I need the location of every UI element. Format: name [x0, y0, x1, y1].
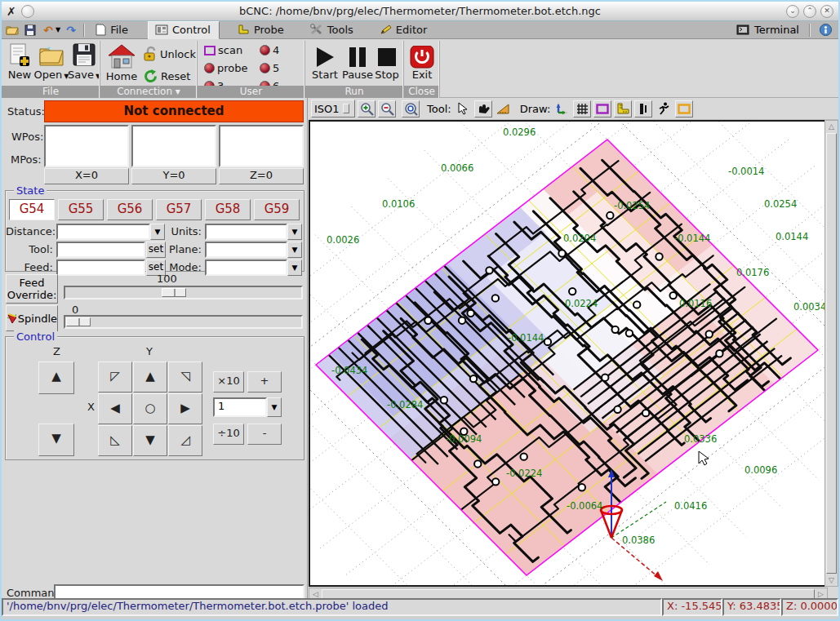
menubar-separator2 [809, 24, 810, 37]
jog-xy-downleft-button[interactable]: ◺ [98, 425, 132, 456]
wpos-z-display[interactable] [219, 125, 304, 167]
user-4-button[interactable]: 4 [260, 44, 279, 56]
pcb-isometric-drawing[interactable]: 0.02960.00660.01060.0026-0.00140.0254-0.… [310, 122, 826, 585]
control-panel-icon [155, 24, 168, 35]
feed-override-button[interactable]: Feed Override: [6, 274, 58, 304]
svg-text:0.0096: 0.0096 [744, 464, 777, 476]
moves-toggle-icon[interactable] [655, 100, 673, 118]
tab-editor[interactable]: Editor [373, 21, 435, 39]
spindle-slider[interactable] [64, 315, 303, 329]
ruler-toggle-icon[interactable] [614, 100, 632, 118]
step-combobox[interactable]: 1 ▼ [213, 397, 282, 417]
tab-probe[interactable]: Probe [231, 21, 292, 39]
wpos-x-display[interactable] [44, 125, 129, 167]
close-button[interactable]: ✕ [820, 5, 833, 18]
zero-x-button[interactable]: X=0 [44, 168, 129, 184]
jog-xy-upleft-button[interactable]: ◸ [98, 362, 132, 393]
status-bar: '/home/bnv/prg/elec/Thermometer/Thermome… [2, 598, 838, 616]
wcs-g57-button[interactable]: G57 [156, 199, 202, 220]
zero-y-button[interactable]: Y=0 [131, 168, 216, 184]
user-5-button[interactable]: 5 [260, 62, 279, 74]
tool-set-button[interactable]: set [146, 242, 166, 258]
redo-icon[interactable]: ↷ [64, 23, 78, 38]
new-button[interactable]: New [7, 42, 33, 81]
step-mul10-button[interactable]: ×10 [213, 371, 244, 393]
save-button[interactable]: Save▼ [70, 42, 98, 81]
user-probe-button[interactable]: probe [204, 62, 248, 74]
grid-toggle-icon[interactable] [573, 100, 591, 118]
tab-terminal[interactable]: Terminal [754, 24, 799, 36]
jog-x-plus-button[interactable]: ▶ [168, 393, 202, 424]
distance-combobox[interactable]: ▼ [56, 224, 165, 240]
step-div10-button[interactable]: ÷10 [213, 424, 244, 445]
svg-text:0.0386: 0.0386 [622, 535, 655, 546]
zoom-fit-icon[interactable] [402, 100, 420, 118]
maximize-button[interactable]: ⌃ [803, 5, 816, 18]
reset-button[interactable]: Reset [143, 69, 190, 84]
open-button[interactable]: Open▼ [36, 42, 67, 81]
wpos-y-display[interactable] [131, 125, 216, 167]
undo-dropdown-icon[interactable]: ▼ [56, 27, 60, 33]
plane-combobox[interactable]: ▼ [205, 242, 302, 258]
window-menu-button[interactable] [21, 5, 34, 18]
probe-toggle-icon[interactable] [634, 100, 652, 118]
undo-icon[interactable]: ↶ [41, 23, 56, 38]
svg-text:-0.0064: -0.0064 [567, 500, 602, 512]
wcs-g54-button[interactable]: G54 [9, 199, 55, 220]
wcs-g58-button[interactable]: G58 [205, 199, 251, 220]
view-combobox[interactable]: ISO1 [311, 100, 355, 118]
tool-entry[interactable] [56, 242, 145, 258]
step-plus-button[interactable]: + [247, 371, 282, 393]
tab-control[interactable]: Control [148, 21, 220, 39]
open-file-icon[interactable] [5, 23, 20, 38]
zero-z-button[interactable]: Z=0 [219, 168, 304, 184]
unlock-button[interactable]: Unlock [143, 46, 196, 62]
units-combobox[interactable]: ▼ [205, 224, 302, 240]
exit-button[interactable]: Exit [407, 46, 437, 81]
zoom-out-icon[interactable] [378, 100, 396, 118]
wcs-g56-button[interactable]: G56 [107, 199, 153, 220]
user-scan-button[interactable]: scan [204, 44, 242, 56]
jog-y-plus-button[interactable]: ▲ [133, 362, 167, 393]
canvas-vertical-scrollbar[interactable]: △ ▽ [824, 120, 838, 587]
svg-text:0.0254: 0.0254 [764, 198, 797, 210]
info-icon[interactable] [820, 24, 832, 36]
feed-override-slider[interactable] [64, 286, 303, 299]
vertical-scroll-thumb[interactable] [826, 133, 837, 574]
spindle-slider-handle[interactable] [66, 317, 91, 326]
jog-origin-button[interactable]: ○ [133, 393, 167, 424]
feed-label: Feed: [6, 261, 53, 273]
jog-z-up-button[interactable]: ▲ [38, 362, 74, 394]
svg-text:-0.0284: -0.0284 [387, 399, 423, 410]
mode-combobox[interactable]: ▼ [205, 259, 302, 276]
ruler-tool-icon[interactable] [495, 100, 513, 118]
wcs-g55-button[interactable]: G55 [58, 199, 104, 220]
jog-xy-upright-button[interactable]: ◹ [168, 362, 202, 393]
tab-file[interactable]: File [89, 21, 136, 39]
jog-x-minus-button[interactable]: ◀ [98, 393, 132, 424]
scan-icon [204, 46, 216, 55]
feed-override-slider-handle[interactable] [162, 288, 186, 297]
gcode-canvas[interactable]: 0.02960.00660.01060.0026-0.00140.0254-0.… [309, 120, 828, 587]
zoom-in-icon[interactable] [358, 100, 376, 118]
stop-button[interactable]: Stop [374, 46, 400, 81]
jog-z-down-button[interactable]: ▼ [38, 424, 74, 456]
margin-toggle-icon[interactable] [593, 100, 611, 118]
workarea-toggle-icon[interactable] [675, 100, 693, 118]
jog-xy-downright-button[interactable]: ◿ [168, 425, 202, 456]
spindle-button[interactable]: Spindle [6, 305, 58, 331]
wcs-g59-button[interactable]: G59 [254, 199, 300, 220]
pause-button[interactable]: Pause [341, 46, 374, 81]
step-dropdown-icon: ▼ [267, 397, 282, 417]
tab-tools[interactable]: Tools [304, 21, 362, 39]
save-file-icon[interactable] [23, 23, 38, 38]
home-button[interactable]: Home [104, 42, 140, 82]
pointer-tool-icon[interactable] [454, 100, 472, 118]
feed-entry[interactable] [56, 259, 145, 276]
pan-tool-icon[interactable] [474, 100, 492, 118]
start-button[interactable]: Start [310, 46, 340, 81]
minimize-button[interactable]: ⌄ [786, 5, 799, 18]
axes-toggle-icon[interactable] [553, 100, 571, 118]
step-minus-button[interactable]: - [247, 424, 282, 445]
jog-y-minus-button[interactable]: ▼ [133, 425, 167, 456]
